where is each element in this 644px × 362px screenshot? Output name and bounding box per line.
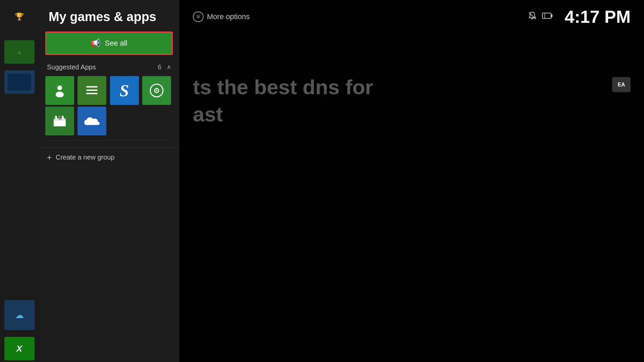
ea-badge-label: EA [618,82,625,88]
background-text-area: ts the best dns for ast [179,74,644,128]
main-panel: My games & apps 📢 See all Suggested Apps… [39,0,179,362]
sidebar-thumb-2[interactable] [4,70,35,94]
svg-rect-18 [542,13,551,18]
trophy-icon: 🏆 [9,7,30,27]
svg-text:⚙: ⚙ [18,51,21,55]
sidebar-thumb-1[interactable]: ⚙ [4,40,35,64]
app-tile-films[interactable] [45,107,74,135]
panel-header: My games & apps [39,0,179,30]
divider [45,140,173,141]
svg-rect-6 [86,86,98,87]
chevron-up-icon[interactable]: ∧ [167,63,171,71]
svg-rect-8 [86,93,98,94]
app-tile-skype[interactable]: S [110,76,139,105]
sidebar-thumb-4[interactable]: X [4,337,35,360]
more-options-button[interactable]: ≡ More options [193,11,250,22]
top-bar: ≡ More options 4:17 [179,0,644,34]
suggested-apps-count: 6 [158,63,161,71]
mute-icon [528,11,537,22]
suggested-apps-header: Suggested Apps 6 ∧ [39,58,179,74]
battery-icon [542,12,553,21]
create-group-button[interactable]: + Create a new group [39,147,179,167]
suggested-apps-title: Suggested Apps [47,63,96,71]
suggested-apps-count-area[interactable]: 6 ∧ [158,63,171,71]
bg-text-line2: ast [179,101,644,128]
svg-point-11 [156,90,157,91]
more-options-icon: ≡ [193,11,204,22]
left-sidebar: 🏆 ⚙ ☁ X [0,0,39,362]
bg-text-line1: ts the best dns for [179,74,644,101]
app-tile-groove[interactable] [77,76,106,105]
svg-point-4 [57,85,62,90]
app-tile-onedrive[interactable] [77,107,106,135]
app-tile-groove-music[interactable] [142,76,171,105]
svg-rect-19 [551,14,552,17]
right-content: ≡ More options 4:17 [179,0,644,362]
svg-rect-7 [86,89,98,91]
svg-point-5 [56,92,64,97]
see-all-button[interactable]: 📢 See all [45,32,173,55]
plus-icon: + [47,153,52,162]
time-display: 4:17 PM [565,7,631,27]
see-all-label: See all [105,39,127,48]
ea-badge: EA [612,77,631,92]
app-tile-avatar[interactable] [45,76,74,105]
app-grid: S [39,74,179,137]
more-options-label: More options [207,12,250,21]
sidebar-thumb-3[interactable]: ☁ [4,300,35,330]
create-group-label: Create a new group [56,154,115,161]
see-all-icon: 📢 [91,39,101,48]
status-icons: 4:17 PM [528,7,631,27]
svg-rect-3 [8,74,31,90]
page-title: My games & apps [49,9,169,25]
